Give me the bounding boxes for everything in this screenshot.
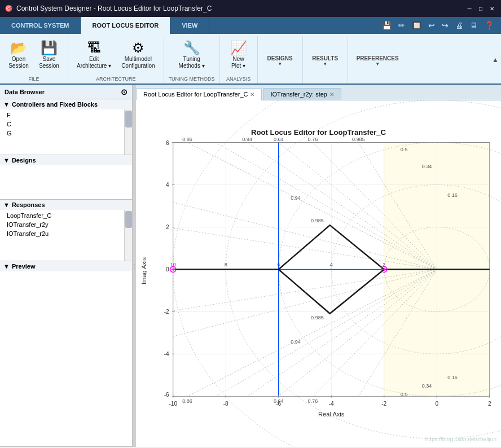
svg-text:0.5: 0.5 xyxy=(401,392,408,397)
designs-section-content xyxy=(0,165,132,199)
toolbar-icon-8[interactable]: ❓ xyxy=(482,20,496,31)
svg-text:2: 2 xyxy=(488,401,491,407)
toolbar-icon-6[interactable]: 🖨 xyxy=(453,20,465,31)
svg-text:0.16: 0.16 xyxy=(447,192,458,198)
main-area: Data Browser ⊙ ▼ Controllers and Fixed B… xyxy=(0,85,501,447)
svg-text:0.64: 0.64 xyxy=(274,398,284,404)
responses-section-content: LoopTransfer_C IOTransfer_r2y IOTransfer… xyxy=(0,210,132,261)
tab-view[interactable]: VIEW xyxy=(170,17,209,34)
list-item-C[interactable]: C xyxy=(0,120,132,129)
tab-bar: CONTROL SYSTEM ROOT LOCUS EDITOR VIEW 💾 … xyxy=(0,17,501,34)
designs-items: DESIGNS ▼ xyxy=(263,36,297,84)
svg-text:0.5: 0.5 xyxy=(401,147,408,152)
preferences-button[interactable]: PREFERENCES ▼ xyxy=(353,52,403,69)
ribbon-analysis-items: 📈 NewPlot ▾ xyxy=(225,36,253,76)
plot-tab-root-locus[interactable]: Root Locus Editor for LoopTransfer_C ✕ xyxy=(136,88,262,100)
sidebar-section-preview: ▼ Preview xyxy=(0,261,132,447)
controllers-scroll-thumb xyxy=(125,111,132,128)
list-item-iotransfer-r2y[interactable]: IOTransfer_r2y xyxy=(0,220,132,229)
svg-text:Root Locus Editor for LoopTran: Root Locus Editor for LoopTransfer_C xyxy=(251,128,386,137)
sidebar-section-controllers: ▼ Controllers and Fixed Blocks F C G H xyxy=(0,99,132,155)
responses-scrollbar[interactable] xyxy=(124,210,132,261)
list-item-looptransfer[interactable]: LoopTransfer_C xyxy=(0,211,132,220)
new-plot-button[interactable]: 📈 NewPlot ▾ xyxy=(225,38,253,72)
plot-area[interactable]: Root Locus Editor for LoopTransfer_C xyxy=(136,100,501,447)
results-items: RESULTS ▼ xyxy=(308,36,342,84)
multimodel-icon: ⚙ xyxy=(132,41,144,55)
title-bar: 🎯 Control System Designer - Root Locus E… xyxy=(0,0,501,17)
svg-text:4: 4 xyxy=(166,182,169,188)
svg-text:0.985: 0.985 xyxy=(311,315,324,320)
preferences-items: PREFERENCES ▼ xyxy=(353,36,403,84)
designs-button[interactable]: DESIGNS ▼ xyxy=(263,52,297,69)
responses-collapse-icon: ▼ xyxy=(3,201,10,208)
svg-text:0.34: 0.34 xyxy=(422,383,432,389)
svg-text:-8: -8 xyxy=(223,401,228,407)
svg-text:0.94: 0.94 xyxy=(291,339,301,345)
toolbar-icon-3[interactable]: 🔲 xyxy=(410,20,424,31)
tuning-methods-button[interactable]: 🔧 TuningMethods ▾ xyxy=(175,38,209,72)
toolbar-icon-7[interactable]: 🖥 xyxy=(468,20,480,31)
svg-text:2: 2 xyxy=(383,262,385,267)
tab-right-icons: 💾 ✏ 🔲 ↩ ↪ 🖨 🖥 ❓ xyxy=(380,17,501,34)
ribbon: 📂 OpenSession 💾 SaveSession FILE 🏗 EditA… xyxy=(0,34,501,85)
plot-tabs: Root Locus Editor for LoopTransfer_C ✕ I… xyxy=(136,85,501,100)
watermark: https://blog.csdn.net/zhelijun xyxy=(425,436,496,442)
svg-text:0.16: 0.16 xyxy=(447,375,458,380)
svg-text:2: 2 xyxy=(166,224,169,230)
preview-section-content xyxy=(0,271,132,317)
designs-section-header[interactable]: ▼ Designs xyxy=(0,155,132,165)
controllers-section-header[interactable]: ▼ Controllers and Fixed Blocks xyxy=(0,99,132,109)
content-area: Root Locus Editor for LoopTransfer_C ✕ I… xyxy=(136,85,501,447)
open-session-button[interactable]: 📂 OpenSession xyxy=(5,38,33,72)
new-plot-icon: 📈 xyxy=(230,41,247,55)
edit-architecture-button[interactable]: 🏗 EditArchitecture ▾ xyxy=(73,38,115,72)
svg-text:4: 4 xyxy=(330,262,333,267)
toolbar-icon-4[interactable]: ↩ xyxy=(426,20,437,31)
preview-section-header[interactable]: ▼ Preview xyxy=(0,261,132,271)
sidebar-expand-icon[interactable]: ⊙ xyxy=(121,87,128,96)
svg-text:0.94: 0.94 xyxy=(242,137,252,142)
app-icon: 🎯 xyxy=(5,5,13,12)
multimodel-config-button[interactable]: ⚙ MultimodelConfiguration xyxy=(117,38,159,72)
minimize-button[interactable]: ─ xyxy=(465,4,474,13)
svg-text:0.76: 0.76 xyxy=(308,137,318,142)
svg-text:0.64: 0.64 xyxy=(274,137,284,142)
ribbon-group-analysis: 📈 NewPlot ▾ ANALYSIS xyxy=(220,36,258,84)
controllers-scrollbar[interactable] xyxy=(124,109,132,155)
ribbon-collapse-button[interactable]: ▲ xyxy=(490,36,501,84)
plot-tab-iotransfer[interactable]: IOTransfer_r2y: step ✕ xyxy=(263,88,341,100)
ribbon-group-designs: DESIGNS ▼ xyxy=(258,36,303,84)
toolbar-icon-5[interactable]: ↪ xyxy=(440,20,451,31)
svg-text:-4: -4 xyxy=(164,351,169,357)
list-item-F[interactable]: F xyxy=(0,111,132,120)
responses-scroll-thumb xyxy=(125,211,132,228)
svg-text:-6: -6 xyxy=(164,392,169,398)
sidebar: Data Browser ⊙ ▼ Controllers and Fixed B… xyxy=(0,85,133,447)
tab-control-system[interactable]: CONTROL SYSTEM xyxy=(0,17,81,34)
list-item-iotransfer-r2u[interactable]: IOTransfer_r2u xyxy=(0,229,132,238)
responses-section-header[interactable]: ▼ Responses xyxy=(0,200,132,210)
designs-collapse-icon: ▼ xyxy=(3,157,10,164)
analysis-group-label: ANALYSIS xyxy=(226,76,250,84)
restore-button[interactable]: □ xyxy=(476,4,485,13)
tuning-group-label: TUNING METHODS xyxy=(169,76,215,84)
tab-root-locus-editor[interactable]: ROOT LOCUS EDITOR xyxy=(81,17,170,34)
results-button[interactable]: RESULTS ▼ xyxy=(308,52,342,69)
svg-text:-2: -2 xyxy=(381,401,386,407)
title-bar-controls[interactable]: ─ □ ✕ xyxy=(465,4,496,13)
architecture-group-label: ARCHITECTURE xyxy=(96,76,136,84)
close-button[interactable]: ✕ xyxy=(487,4,496,13)
ribbon-group-results: RESULTS ▼ xyxy=(303,36,348,84)
toolbar-icon-2[interactable]: ✏ xyxy=(396,20,407,31)
svg-text:-10: -10 xyxy=(169,401,177,407)
plot-tab-close-root-locus[interactable]: ✕ xyxy=(250,91,254,98)
open-icon: 📂 xyxy=(10,41,27,55)
list-item-G[interactable]: G xyxy=(0,129,132,138)
save-session-button[interactable]: 💾 SaveSession xyxy=(35,38,63,72)
svg-text:10: 10 xyxy=(170,262,176,267)
plot-tab-close-iotransfer[interactable]: ✕ xyxy=(329,91,334,98)
svg-text:6: 6 xyxy=(166,140,169,146)
file-group-label: FILE xyxy=(28,76,39,84)
toolbar-icon-1[interactable]: 💾 xyxy=(380,20,394,31)
